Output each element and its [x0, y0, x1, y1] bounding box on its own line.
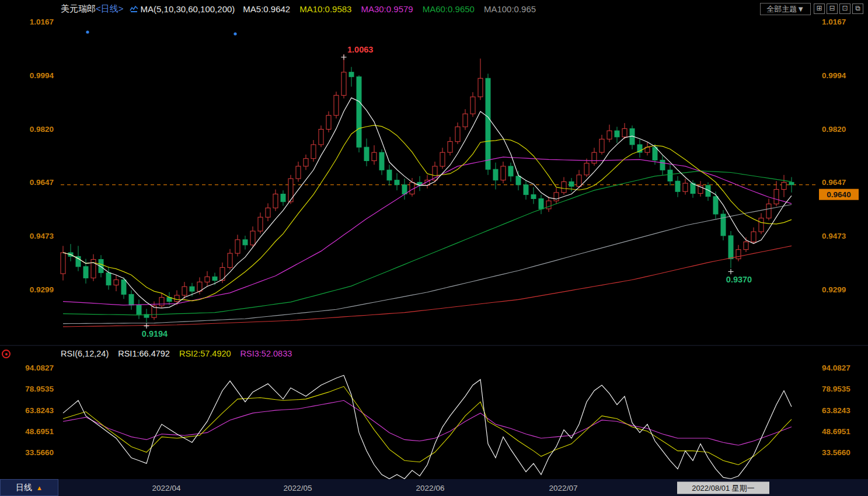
candle-up — [228, 253, 232, 267]
candle-up — [759, 218, 764, 232]
candle-up — [341, 72, 346, 96]
x-axis-label-current: 2022/08/01 星期一 — [677, 481, 769, 494]
rsi-axis-label-right: 33.5660 — [822, 448, 850, 457]
y-axis-label-left: 0.9994 — [30, 71, 54, 80]
y-axis-label-right: 0.9299 — [822, 285, 846, 294]
candle-up — [273, 194, 278, 208]
candle-up — [592, 152, 597, 163]
ma10-value: MA10:0.9583 — [299, 4, 351, 14]
candle-up — [372, 152, 377, 160]
y-axis-label-right: 0.9820 — [822, 125, 846, 134]
note-marker-dot — [86, 30, 89, 33]
header-tools: 全部主题▼ ⊞⊟⊡⧉ — [760, 3, 868, 15]
ma200-line — [63, 246, 792, 327]
candle-up — [326, 116, 331, 130]
theme-selector-button[interactable]: 全部主题▼ — [760, 3, 811, 15]
y-axis-label-left: 1.0167 — [30, 18, 54, 26]
price-annotation: 0.9370 — [726, 275, 752, 284]
candle-down — [395, 180, 399, 185]
price-annotation: 0.9194 — [142, 329, 168, 338]
candle-up — [736, 250, 741, 259]
candle-down — [493, 169, 498, 180]
rsi-axis-label-left: 94.0827 — [25, 364, 54, 372]
candle-down — [675, 181, 680, 191]
candle-up — [258, 217, 263, 231]
candle-down — [106, 273, 111, 285]
y-axis-label-left: 0.9820 — [30, 125, 54, 134]
layout-grid-icon[interactable]: ⊞ — [814, 4, 825, 14]
candle-up — [782, 182, 786, 189]
ma-settings-label[interactable]: MA(5,10,30,60,100,200) — [141, 4, 235, 14]
candle-up — [91, 260, 96, 278]
candle-up — [463, 114, 468, 127]
candle-up — [554, 193, 559, 201]
ma5-line — [63, 98, 792, 308]
candle-down — [524, 185, 528, 195]
candle-down — [615, 131, 619, 137]
candle-up — [440, 152, 445, 166]
candle-up — [114, 280, 118, 285]
candle-down — [486, 78, 490, 169]
x-axis-label: 2022/06 — [416, 483, 445, 492]
rsi1-value: RSI1:66.4792 — [118, 349, 170, 358]
ma60-line — [63, 171, 792, 315]
candle-up — [266, 208, 270, 217]
candle-down — [83, 267, 88, 278]
candle-down — [281, 194, 285, 202]
candle-up — [288, 179, 293, 202]
candle-up — [235, 240, 240, 253]
rsi3-line — [63, 400, 792, 445]
candle-down — [402, 185, 407, 194]
rsi-header: RSI(6,12,24) RSI1:66.4792 RSI2:57.4920 R… — [0, 348, 868, 359]
candle-up — [470, 97, 475, 114]
rsi-axis-label-right: 78.9535 — [822, 385, 850, 393]
chart-header: 美元瑞郎 <日线> MA(5,10,30,60,100,200) MA5:0.9… — [0, 0, 868, 18]
y-axis-label-right: 0.9473 — [822, 232, 846, 240]
y-axis-label-right: 0.9647 — [822, 178, 846, 187]
candle-down — [349, 72, 354, 77]
indicator-icon — [130, 5, 138, 13]
x-axis-label: 2022/04 — [152, 483, 181, 492]
period-tag: <日线> — [96, 4, 124, 15]
layout-cascade-icon[interactable]: ⧉ — [852, 4, 863, 14]
symbol-name[interactable]: 美元瑞郎 — [61, 4, 96, 15]
candle-up — [577, 175, 581, 187]
layout-rows-icon[interactable]: ⊟ — [827, 4, 838, 14]
candle-up — [478, 78, 483, 97]
y-axis-label-right: 0.9994 — [822, 71, 846, 80]
candle-up — [182, 287, 187, 295]
candle-down — [137, 305, 141, 315]
layout-single-icon[interactable]: ⊡ — [839, 4, 850, 14]
note-marker-dot — [233, 32, 236, 35]
rsi-axis-label-right: 94.0827 — [822, 364, 850, 372]
y-axis-label-left: 0.9299 — [30, 285, 54, 294]
candle-down — [379, 152, 384, 170]
candle-down — [387, 170, 392, 180]
candle-down — [357, 77, 361, 148]
candle-down — [531, 195, 536, 199]
candle-up — [774, 190, 779, 204]
candle-up — [334, 95, 339, 115]
candle-down — [516, 176, 521, 185]
candle-down — [121, 280, 126, 295]
rsi1-line — [63, 375, 792, 478]
rsi-axis-label-left: 63.8243 — [25, 406, 54, 415]
x-axis-labels: 2022/042022/052022/062022/072022/08/01 星… — [0, 479, 868, 496]
rsi-axis-label-left: 78.9535 — [25, 385, 54, 393]
rsi-axis-label-left: 48.6951 — [25, 427, 54, 436]
candle-down — [539, 199, 543, 209]
rsi-settings-label[interactable]: RSI(6,12,24) — [61, 349, 109, 358]
candle-up — [175, 295, 179, 302]
candle-up — [683, 183, 688, 191]
candle-up — [584, 163, 589, 175]
chart-canvas[interactable]: 1.01671.01670.99940.99940.98200.98200.96… — [0, 0, 868, 496]
trading-app-window: 美元瑞郎 <日线> MA(5,10,30,60,100,200) MA5:0.9… — [0, 0, 868, 496]
panel-marker-icon[interactable] — [2, 350, 11, 358]
candle-up — [311, 145, 316, 159]
candle-down — [569, 181, 574, 186]
candle-down — [660, 160, 665, 170]
candle-up — [61, 253, 65, 274]
x-axis-label: 2022/07 — [549, 483, 578, 492]
rsi3-value: RSI3:52.0833 — [240, 349, 292, 358]
ma5-value: MA5:0.9642 — [243, 4, 290, 14]
